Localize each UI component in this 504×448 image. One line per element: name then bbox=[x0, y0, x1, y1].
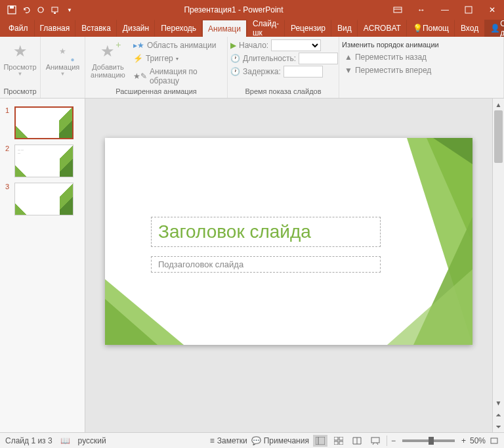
start-play-icon: ▶ bbox=[230, 41, 236, 50]
arrow-up-icon: ▲ bbox=[345, 53, 352, 62]
reading-view-icon[interactable] bbox=[350, 435, 364, 447]
zoom-in-button[interactable]: + bbox=[461, 436, 466, 445]
quick-access-toolbar: ▼ bbox=[0, 5, 81, 15]
touch-mode-icon[interactable]: ↔ bbox=[410, 0, 433, 20]
slide-decoration-left bbox=[105, 279, 184, 345]
arrow-down-icon: ▼ bbox=[345, 66, 352, 75]
comments-button[interactable]: 💬Примечания bbox=[251, 436, 309, 445]
prev-slide-icon[interactable]: ⏶ bbox=[493, 409, 504, 420]
duration-input[interactable] bbox=[299, 53, 338, 64]
start-select[interactable] bbox=[271, 39, 321, 51]
thumbnail-2[interactable]: 2 — —— bbox=[0, 142, 85, 180]
undo-icon[interactable] bbox=[21, 5, 32, 15]
notes-button[interactable]: ≡Заметки bbox=[210, 436, 247, 445]
tab-tell-me[interactable]: 💡Помощ bbox=[407, 20, 455, 37]
thumbnail-3[interactable]: 3 bbox=[0, 180, 85, 218]
svg-rect-3 bbox=[52, 7, 58, 12]
window-controls: ↔ — ✕ bbox=[386, 0, 504, 20]
lightbulb-icon: 💡 bbox=[413, 24, 423, 33]
duration-clock-icon: 🕐 bbox=[230, 54, 240, 63]
group-timing: ▶Начало: 🕐Длительность: 🕐Задержка: Время… bbox=[228, 37, 339, 98]
scroll-track[interactable] bbox=[493, 110, 504, 397]
scroll-down-icon[interactable]: ▼ bbox=[493, 397, 504, 409]
group-reorder: Изменить порядок анимации ▲Переместить н… bbox=[339, 37, 504, 98]
minimize-icon[interactable]: — bbox=[433, 0, 457, 20]
tab-view[interactable]: Вид bbox=[331, 20, 358, 37]
title-placeholder[interactable]: Заголовок слайда bbox=[151, 217, 381, 247]
zoom-slider[interactable] bbox=[402, 439, 455, 442]
subtitle-text: Подзаголовок слайда bbox=[158, 259, 373, 269]
language[interactable]: русский bbox=[78, 436, 106, 445]
chevron-down-icon: ▼ bbox=[60, 71, 66, 77]
trigger-icon: ⚡ bbox=[133, 54, 143, 63]
tab-design[interactable]: Дизайн bbox=[117, 20, 155, 37]
start-from-beginning-icon[interactable] bbox=[50, 5, 60, 15]
ribbon: ★ Просмотр ▼ Просмотр ★● Анимация ▼ ★+ Д… bbox=[0, 37, 504, 99]
tab-home[interactable]: Главная bbox=[34, 20, 76, 37]
svg-rect-15 bbox=[316, 437, 325, 445]
group-animation: ★● Анимация ▼ bbox=[41, 37, 85, 98]
preview-button[interactable]: ★ Просмотр ▼ bbox=[3, 38, 37, 79]
delay-clock-icon: 🕐 bbox=[230, 67, 240, 76]
svg-rect-21 bbox=[371, 437, 379, 443]
slide-canvas[interactable]: Заголовок слайда Подзаголовок слайда bbox=[85, 99, 492, 432]
tab-slideshow[interactable]: Слайд-шк bbox=[247, 20, 285, 37]
svg-rect-5 bbox=[394, 7, 402, 12]
qat-dropdown-icon[interactable]: ▼ bbox=[64, 5, 75, 15]
svg-rect-20 bbox=[339, 441, 343, 445]
animation-painter-button[interactable]: ★✎Анимация по образцу bbox=[131, 66, 224, 87]
statusbar: Слайд 1 из 3 📖 русский ≡Заметки 💬Примеча… bbox=[0, 432, 504, 448]
delay-input[interactable] bbox=[284, 66, 323, 78]
svg-rect-18 bbox=[339, 437, 343, 440]
thumbnail-1[interactable]: 1 bbox=[0, 104, 85, 142]
add-animation-button[interactable]: ★+ Добавить анимацию bbox=[88, 38, 128, 81]
move-earlier-button[interactable]: ▲Переместить назад bbox=[342, 51, 439, 63]
subtitle-placeholder[interactable]: Подзаголовок слайда bbox=[151, 256, 381, 273]
star-play-icon: ★ bbox=[10, 41, 31, 62]
animation-star-icon: ★● bbox=[52, 41, 74, 62]
move-later-button[interactable]: ▼Переместить вперед bbox=[342, 64, 439, 76]
tab-insert[interactable]: Вставка bbox=[75, 20, 117, 37]
scroll-up-icon[interactable]: ▲ bbox=[493, 99, 504, 110]
save-icon[interactable] bbox=[7, 5, 17, 15]
tab-acrobat[interactable]: ACROBAT bbox=[358, 20, 407, 37]
slide: Заголовок слайда Подзаголовок слайда bbox=[105, 138, 472, 345]
spellcheck-icon[interactable]: 📖 bbox=[60, 436, 70, 445]
normal-view-icon[interactable] bbox=[313, 435, 327, 447]
ribbon-display-icon[interactable] bbox=[386, 0, 410, 20]
workspace: 1 2 — —— 3 Заголовок слайд bbox=[0, 99, 504, 432]
redo-icon[interactable] bbox=[35, 5, 46, 15]
sorter-view-icon[interactable] bbox=[331, 435, 346, 447]
pane-icon: ▸★ bbox=[133, 41, 144, 50]
close-icon[interactable]: ✕ bbox=[480, 0, 504, 20]
tab-file[interactable]: Файл bbox=[3, 20, 34, 37]
tab-signin[interactable]: Вход bbox=[455, 20, 484, 37]
svg-marker-12 bbox=[387, 269, 472, 345]
window-title: Презентация1 - PowerPoint bbox=[81, 5, 386, 14]
animation-pane-button[interactable]: ▸★Область анимации bbox=[131, 39, 224, 51]
vertical-scrollbar[interactable]: ▲ ▼ ⏶ ⏷ bbox=[492, 99, 504, 432]
animation-gallery-button[interactable]: ★● Анимация ▼ bbox=[43, 38, 82, 79]
maximize-icon[interactable] bbox=[457, 0, 480, 20]
notes-icon: ≡ bbox=[210, 436, 215, 445]
group-preview: ★ Просмотр ▼ Просмотр bbox=[0, 37, 41, 98]
tab-share[interactable]: 👤 Общий доступ bbox=[484, 20, 504, 37]
trigger-button[interactable]: ⚡Триггер▾ bbox=[131, 53, 224, 64]
zoom-handle[interactable] bbox=[429, 437, 434, 445]
next-slide-icon[interactable]: ⏷ bbox=[493, 420, 504, 432]
tab-animations[interactable]: Анимаци bbox=[202, 20, 247, 37]
titlebar: ▼ Презентация1 - PowerPoint ↔ — ✕ bbox=[0, 0, 504, 20]
slideshow-view-icon[interactable] bbox=[368, 435, 383, 447]
scroll-thumb[interactable] bbox=[494, 110, 503, 163]
zoom-out-button[interactable]: − bbox=[391, 436, 396, 445]
fit-to-window-icon[interactable] bbox=[490, 437, 499, 445]
chevron-down-icon: ▼ bbox=[18, 71, 23, 77]
comments-icon: 💬 bbox=[251, 436, 261, 445]
slide-count[interactable]: Слайд 1 из 3 bbox=[5, 436, 52, 445]
slide-thumbnails-panel[interactable]: 1 2 — —— 3 bbox=[0, 99, 85, 432]
painter-icon: ★✎ bbox=[133, 72, 147, 81]
zoom-level[interactable]: 50% bbox=[470, 436, 486, 445]
svg-rect-17 bbox=[334, 437, 338, 440]
tab-transitions[interactable]: Переходь bbox=[155, 20, 202, 37]
tab-review[interactable]: Рецензир bbox=[285, 20, 331, 37]
